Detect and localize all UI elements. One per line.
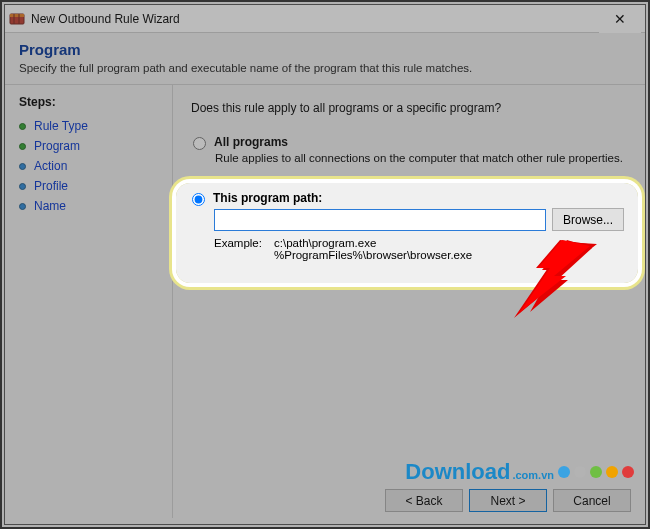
radio-all-programs[interactable] [193, 137, 206, 150]
step-name[interactable]: Name [19, 199, 162, 213]
firewall-icon [9, 11, 25, 27]
window-title: New Outbound Rule Wizard [31, 12, 599, 26]
step-action[interactable]: Action [19, 159, 162, 173]
radio-all-programs-label: All programs [214, 135, 288, 149]
step-bullet-icon [19, 143, 26, 150]
rule-question: Does this rule apply to all programs or … [191, 101, 627, 115]
step-label[interactable]: Profile [34, 179, 68, 193]
cancel-button[interactable]: Cancel [553, 489, 631, 512]
step-label[interactable]: Name [34, 199, 66, 213]
page-subtitle: Specify the full program path and execut… [19, 62, 631, 74]
step-rule-type[interactable]: Rule Type [19, 119, 162, 133]
highlight-region: This program path: Browse... Example: c:… [176, 183, 638, 283]
close-button[interactable]: ✕ [599, 5, 641, 33]
step-bullet-icon [19, 183, 26, 190]
radio-all-programs-desc: Rule applies to all connections on the c… [215, 152, 627, 164]
step-label[interactable]: Rule Type [34, 119, 88, 133]
steps-heading: Steps: [19, 95, 162, 109]
step-program[interactable]: Program [19, 139, 162, 153]
step-label[interactable]: Action [34, 159, 67, 173]
back-button[interactable]: < Back [385, 489, 463, 512]
browse-button[interactable]: Browse... [552, 208, 624, 231]
close-icon: ✕ [614, 11, 626, 27]
step-bullet-icon [19, 163, 26, 170]
radio-this-program[interactable] [192, 193, 205, 206]
radio-this-program-row[interactable]: This program path: [190, 191, 624, 206]
page-title: Program [19, 41, 631, 58]
step-profile[interactable]: Profile [19, 179, 162, 193]
svg-rect-1 [10, 14, 24, 17]
step-label[interactable]: Program [34, 139, 80, 153]
example-label: Example: [214, 237, 274, 261]
program-path-input[interactable] [214, 209, 546, 231]
example-text: c:\path\program.exe %ProgramFiles%\brows… [274, 237, 472, 261]
step-bullet-icon [19, 123, 26, 130]
radio-this-program-label: This program path: [213, 191, 322, 205]
radio-all-programs-row[interactable]: All programs [191, 135, 627, 150]
next-button[interactable]: Next > [469, 489, 547, 512]
step-bullet-icon [19, 203, 26, 210]
steps-sidebar: Steps: Rule Type Program Action Profile [5, 85, 173, 518]
